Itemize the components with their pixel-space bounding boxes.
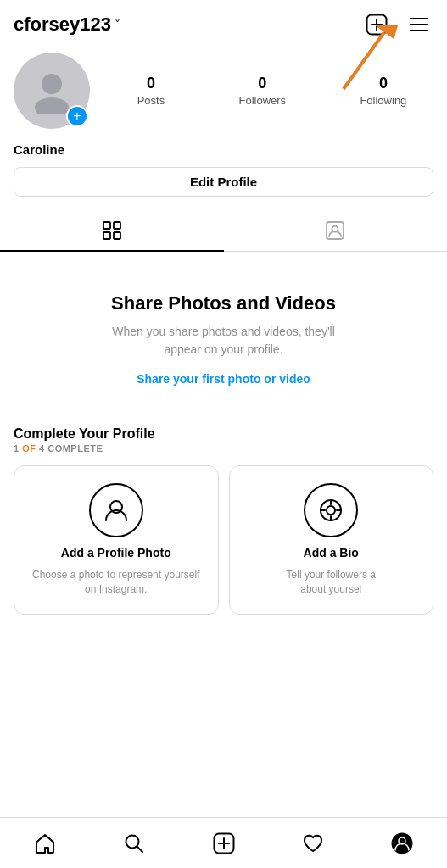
svg-rect-13	[114, 232, 120, 239]
following-label: Following	[360, 94, 406, 107]
posts-count: 0	[147, 75, 155, 92]
add-bio-title: Add a Bio	[304, 546, 359, 559]
profile-tabs	[0, 210, 447, 252]
search-icon	[123, 832, 145, 854]
share-title: Share Photos and Videos	[111, 292, 336, 314]
person-tag-icon	[325, 220, 345, 241]
stats-row: 0 Posts 0 Followers 0 Following	[110, 75, 433, 107]
plus-icon: +	[73, 109, 81, 123]
profile-completion-cards: Add a Profile Photo Choose a photo to re…	[14, 465, 433, 615]
default-avatar-icon	[28, 67, 75, 114]
hamburger-menu-button[interactable]	[405, 10, 433, 39]
add-profile-photo-title: Add a Profile Photo	[61, 546, 171, 559]
followers-label: Followers	[238, 94, 286, 107]
complete-profile-title: Complete Your Profile	[14, 426, 433, 442]
grid-icon	[102, 220, 122, 241]
svg-rect-11	[114, 222, 120, 229]
bio-circle-icon	[304, 483, 358, 537]
share-section: Share Photos and Videos When you share p…	[0, 252, 447, 413]
avatar-container: +	[14, 53, 90, 129]
top-bar: cforsey123 ˅	[0, 0, 447, 46]
posts-stat: 0 Posts	[137, 75, 165, 107]
add-bio-desc: Tell your followers aabout yoursel	[287, 568, 376, 597]
complete-profile-progress: 1 OF 4 COMPLETE	[14, 443, 433, 453]
share-first-photo-link[interactable]: Share your first photo or video	[137, 372, 310, 386]
top-bar-actions	[362, 10, 433, 39]
tab-grid[interactable]	[0, 210, 224, 251]
following-count: 0	[379, 75, 388, 92]
add-profile-photo-card[interactable]: Add a Profile Photo Choose a photo to re…	[14, 465, 219, 615]
svg-point-18	[327, 506, 335, 515]
followers-stat[interactable]: 0 Followers	[238, 75, 286, 107]
nav-home[interactable]	[0, 826, 89, 861]
svg-point-9	[35, 97, 69, 114]
svg-line-20	[137, 846, 143, 852]
nav-add-post[interactable]	[179, 826, 268, 861]
add-profile-photo-desc: Choose a photo to represent yourself on …	[28, 568, 204, 597]
nav-search[interactable]	[89, 826, 178, 861]
profile-icon	[391, 832, 413, 854]
bottom-nav	[0, 817, 447, 868]
tab-tagged[interactable]	[224, 210, 448, 251]
posts-label: Posts	[137, 94, 165, 107]
profile-display-name: Caroline	[0, 142, 447, 167]
add-square-button[interactable]	[362, 10, 391, 39]
hamburger-menu-icon	[408, 14, 430, 36]
share-subtitle: When you share photos and videos, they'l…	[112, 323, 335, 359]
svg-point-8	[42, 74, 62, 94]
edit-profile-button[interactable]: Edit Profile	[14, 167, 433, 197]
following-stat[interactable]: 0 Following	[360, 75, 406, 107]
add-square-icon	[366, 14, 388, 36]
followers-count: 0	[258, 75, 266, 92]
svg-rect-10	[103, 222, 110, 229]
username: cforsey123	[14, 14, 111, 36]
add-photo-button[interactable]: +	[66, 105, 88, 127]
nav-likes[interactable]	[268, 826, 357, 861]
username-dropdown[interactable]: cforsey123 ˅	[14, 14, 120, 36]
person-circle-icon	[89, 483, 143, 537]
add-post-icon	[213, 832, 235, 854]
nav-profile[interactable]	[358, 826, 447, 861]
bio-icon	[316, 495, 346, 526]
home-icon	[34, 832, 56, 854]
add-bio-card[interactable]: Add a Bio Tell your followers aabout you…	[229, 465, 434, 615]
svg-rect-12	[103, 232, 110, 239]
heart-icon	[302, 832, 324, 854]
profile-photo-icon	[101, 495, 131, 526]
chevron-down-icon: ˅	[115, 18, 120, 31]
complete-profile-section: Complete Your Profile 1 OF 4 COMPLETE Ad…	[0, 413, 447, 615]
profile-section: + 0 Posts 0 Followers 0 Following	[0, 46, 447, 142]
